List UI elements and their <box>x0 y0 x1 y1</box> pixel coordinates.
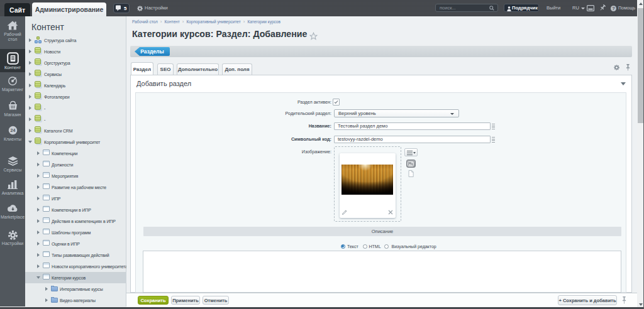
svg-text:5: 5 <box>124 6 127 11</box>
svg-text:24: 24 <box>10 128 15 133</box>
